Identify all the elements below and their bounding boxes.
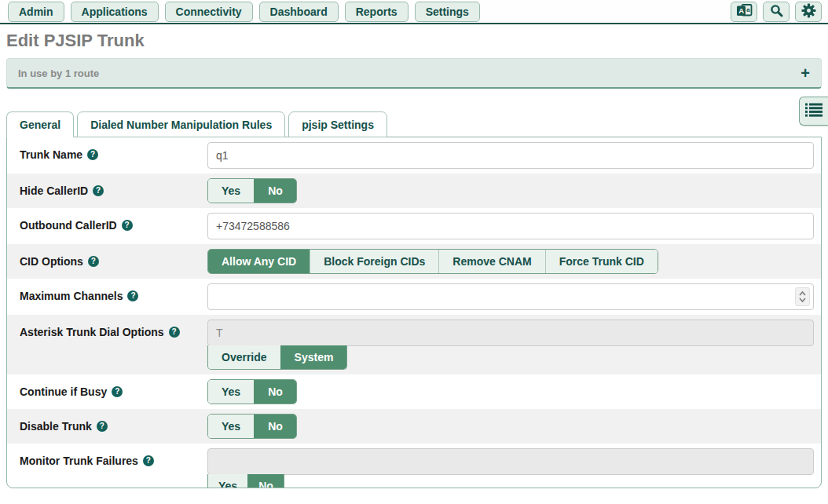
expand-plus-icon[interactable]: +: [801, 65, 810, 81]
nav-applications[interactable]: Applications: [71, 2, 159, 22]
dial-options-input: [207, 320, 814, 346]
monitor-trunk-failures-label: Monitor Trunk Failures: [20, 455, 138, 467]
settings-gear-button[interactable]: [795, 2, 822, 22]
nav-dashboard[interactable]: Dashboard: [259, 2, 339, 22]
gear-icon: [801, 3, 816, 20]
nav-reports[interactable]: Reports: [345, 2, 409, 22]
nav-connectivity[interactable]: Connectivity: [165, 2, 253, 22]
disable-trunk-toggle: Yes No: [207, 414, 297, 439]
tab-general[interactable]: General: [6, 111, 74, 137]
row-hide-callerid: Hide CallerID ? Yes No: [7, 173, 821, 208]
cid-options-group: Allow Any CID Block Foreign CIDs Remove …: [207, 249, 658, 274]
dial-options-toggle: Override System: [207, 345, 347, 370]
monitor-trunk-failures-toggle: Yes No: [207, 474, 284, 488]
page-title: Edit PJSIP Trunk: [6, 31, 828, 51]
continue-if-busy-no[interactable]: No: [254, 380, 296, 404]
search-icon: [770, 4, 783, 20]
row-monitor-trunk-failures: Monitor Trunk Failures ? Yes No: [7, 444, 821, 488]
help-icon[interactable]: ?: [93, 185, 104, 196]
translate-icon: A a: [736, 4, 753, 20]
usage-text: In use by 1 route: [18, 68, 99, 79]
number-spinner[interactable]: [795, 287, 810, 306]
row-dial-options: Asterisk Trunk Dial Options ? Override S…: [7, 315, 821, 374]
top-nav: Admin Applications Connectivity Dashboar…: [0, 0, 828, 24]
hide-callerid-label: Hide CallerID: [20, 184, 88, 197]
language-button[interactable]: A a: [731, 2, 757, 22]
trunk-name-label: Trunk Name: [20, 148, 82, 161]
help-icon[interactable]: ?: [87, 149, 98, 160]
dial-options-label: Asterisk Trunk Dial Options: [20, 326, 164, 338]
outbound-callerid-label: Outbound CallerID: [20, 219, 117, 232]
nav-settings[interactable]: Settings: [415, 2, 480, 22]
row-continue-if-busy: Continue if Busy ? Yes No: [7, 374, 821, 409]
nav-icon-group: A a: [731, 2, 822, 22]
row-cid-options: CID Options ? Allow Any CID Block Foreig…: [7, 244, 821, 279]
tab-pjsip-settings[interactable]: pjsip Settings: [288, 111, 387, 137]
continue-if-busy-label: Continue if Busy: [20, 385, 107, 398]
cid-options-label: CID Options: [20, 255, 83, 268]
hide-callerid-no[interactable]: No: [254, 179, 296, 203]
svg-text:A: A: [738, 6, 744, 15]
cid-remove-cnam[interactable]: Remove CNAM: [438, 250, 544, 273]
row-trunk-name: Trunk Name ?: [7, 137, 821, 173]
row-maximum-channels: Maximum Channels ?: [7, 279, 821, 315]
monitor-failures-yes[interactable]: Yes: [208, 474, 247, 488]
continue-if-busy-yes[interactable]: Yes: [208, 380, 254, 404]
cid-allow-any[interactable]: Allow Any CID: [208, 250, 310, 273]
cid-block-foreign[interactable]: Block Foreign CIDs: [310, 250, 438, 273]
outbound-callerid-input[interactable]: [207, 213, 814, 239]
monitor-failures-no[interactable]: No: [247, 474, 284, 488]
dial-options-override[interactable]: Override: [208, 345, 280, 369]
hide-callerid-yes[interactable]: Yes: [208, 179, 254, 203]
usage-panel[interactable]: In use by 1 route +: [6, 58, 822, 89]
row-outbound-callerid: Outbound CallerID ?: [7, 208, 821, 244]
svg-text:a: a: [746, 6, 750, 13]
tab-dialed-number-manipulation-rules[interactable]: Dialed Number Manipulation Rules: [77, 111, 285, 137]
help-icon[interactable]: ?: [97, 421, 108, 432]
maximum-channels-input[interactable]: [207, 283, 814, 310]
hide-callerid-toggle: Yes No: [207, 178, 297, 203]
help-icon[interactable]: ?: [88, 256, 99, 267]
help-icon[interactable]: ?: [143, 455, 154, 466]
row-disable-trunk: Disable Trunk ? Yes No: [7, 409, 821, 444]
cid-force-trunk[interactable]: Force Trunk CID: [545, 250, 658, 273]
general-tab-panel: Trunk Name ? Hide CallerID ? Yes No Outb…: [6, 137, 822, 488]
search-button[interactable]: [763, 2, 790, 22]
disable-trunk-label: Disable Trunk: [20, 420, 92, 433]
disable-trunk-yes[interactable]: Yes: [208, 415, 254, 438]
maximum-channels-label: Maximum Channels: [20, 290, 123, 302]
help-icon[interactable]: ?: [112, 386, 123, 397]
tab-bar: General Dialed Number Manipulation Rules…: [6, 111, 828, 137]
help-icon[interactable]: ?: [127, 290, 138, 301]
continue-if-busy-toggle: Yes No: [207, 379, 297, 404]
dial-options-system[interactable]: System: [280, 345, 347, 369]
nav-admin[interactable]: Admin: [8, 2, 64, 22]
monitor-trunk-failures-input: [207, 448, 814, 475]
disable-trunk-no[interactable]: No: [254, 415, 296, 438]
help-icon[interactable]: ?: [169, 327, 180, 338]
trunk-name-input[interactable]: [207, 142, 814, 169]
help-icon[interactable]: ?: [122, 220, 133, 231]
